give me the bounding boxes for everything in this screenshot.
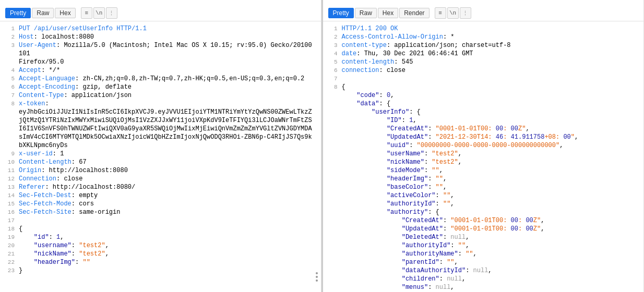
line-text: Accept: */* [19, 66, 316, 75]
response-tab-pretty[interactable]: Pretty [328, 8, 354, 18]
line-number: 6 [328, 66, 338, 75]
line-text: "authority": { [342, 208, 639, 216]
request-menu-icon[interactable]: ⋮ [106, 7, 117, 19]
line-item: "authorityName": "", [328, 250, 639, 258]
request-content[interactable]: 1PUT /api/user/setUserInfo HTTP/1.12Host… [0, 21, 321, 292]
line-number [328, 266, 338, 275]
line-text: content-type: application/json; charset=… [342, 41, 639, 50]
line-text: "DeletedAt": null, [342, 233, 639, 241]
line-item: 9x-user-id: 1 [5, 150, 316, 158]
line-text: connection: close [342, 66, 639, 75]
line-text: Accept-Language: zh-CN,zh;q=0.8,zh-TW;q=… [19, 75, 316, 83]
line-number: 17 [5, 216, 15, 225]
line-item: "ID": 1, [328, 116, 639, 125]
line-item: "headerImg": "", [328, 175, 639, 183]
line-text: Content-Type: application/json [19, 91, 316, 100]
response-tab-hex[interactable]: Hex [378, 8, 398, 18]
line-text: Access-Control-Allow-Origin: * [342, 33, 639, 41]
line-text: "ID": 1, [342, 116, 639, 125]
line-number [328, 183, 338, 191]
line-number [5, 58, 15, 66]
line-item: 6connection: close [328, 66, 639, 75]
line-item: "UpdatedAt": "0001-01-01T00: 00: 00Z", [328, 225, 639, 233]
line-item: "uuid": "00000000-0000-0000-0000-0000000… [328, 141, 639, 150]
request-tab-raw[interactable]: Raw [32, 8, 54, 18]
line-item: 11Origin: http://localhost:8080 [5, 166, 316, 175]
line-text: "id": 1, [19, 233, 316, 241]
line-text: "parentId": "", [342, 258, 639, 266]
line-item: 1PUT /api/user/setUserInfo HTTP/1.1 [5, 25, 316, 33]
line-item: 6Accept-Encoding: gzip, deflate [5, 83, 316, 91]
context-menu-dots[interactable] [316, 272, 318, 282]
response-toolbar: Pretty Raw Hex Render ≡ \n ⋮ [328, 7, 639, 19]
line-number: 19 [5, 233, 15, 241]
line-item: Firefox/95.0 [5, 58, 316, 66]
line-number [328, 225, 338, 233]
line-text: eyJhbGciOiJJUzI1NiIsInR5cCI6IkpXVCJ9.eyJ… [19, 108, 316, 150]
line-text: "children": null, [342, 275, 639, 283]
line-number [328, 125, 338, 133]
response-newline-icon[interactable]: \n [447, 7, 459, 19]
line-number [328, 233, 338, 241]
line-item: 10Content-Length: 67 [5, 158, 316, 166]
line-number: 6 [5, 83, 15, 91]
line-item: 16Sec-Fetch-Site: same-origin [5, 208, 316, 216]
line-text: x-user-id: 1 [19, 150, 316, 158]
response-menu-icon[interactable]: ⋮ [460, 7, 471, 19]
line-text: Host: localhost:8080 [19, 33, 316, 41]
line-text: "CreatedAt": "0001-01-01T00: 00: 00Z", [342, 125, 639, 133]
line-text: { [342, 83, 639, 91]
line-text: Accept-Encoding: gzip, deflate [19, 83, 316, 91]
line-text: content-length: 545 [342, 58, 639, 66]
line-text: } [19, 266, 316, 275]
line-text: Sec-Fetch-Dest: empty [19, 191, 316, 200]
line-item: 8x-token: [5, 100, 316, 108]
line-number: 4 [5, 66, 15, 75]
line-number [328, 175, 338, 183]
request-newline-icon[interactable]: \n [93, 7, 105, 19]
line-item: 4date: Thu, 30 Dec 2021 06:46:41 GMT [328, 50, 639, 58]
line-item: 3content-type: application/json; charset… [328, 41, 639, 50]
response-tab-raw[interactable]: Raw [355, 8, 377, 18]
line-item: "userName": "test2", [328, 150, 639, 158]
line-number: 16 [5, 208, 15, 216]
line-number: 1 [328, 25, 338, 33]
line-text: Origin: http://localhost:8080 [19, 166, 316, 175]
line-item: 7Content-Type: application/json [5, 91, 316, 100]
line-text: Referer: http://localhost:8080/ [19, 183, 316, 191]
line-number [328, 283, 338, 291]
line-number: 4 [328, 50, 338, 58]
request-tab-pretty[interactable]: Pretty [5, 8, 31, 18]
request-lines-icon[interactable]: ≡ [81, 7, 92, 19]
line-number [5, 108, 15, 150]
line-item: 2Access-Control-Allow-Origin: * [328, 33, 639, 41]
line-number: 22 [5, 258, 15, 266]
line-item: "children": null, [328, 275, 639, 283]
response-tab-render[interactable]: Render [399, 8, 429, 18]
line-item: 13Referer: http://localhost:8080/ [5, 183, 316, 191]
line-number: 15 [5, 200, 15, 208]
response-lines-icon[interactable]: ≡ [435, 7, 446, 19]
line-text: "UpdatedAt": "2021-12-30T14: 46: 41.9117… [342, 133, 639, 141]
line-number: 18 [5, 225, 15, 233]
line-text: "data": { [342, 100, 639, 108]
line-number: 7 [328, 75, 338, 83]
line-number: 12 [5, 175, 15, 183]
line-text: "authorityName": "", [342, 250, 639, 258]
line-text [19, 216, 316, 225]
line-text: "authorityId": "", [342, 241, 639, 250]
line-number [328, 166, 338, 175]
request-tab-hex[interactable]: Hex [55, 8, 75, 18]
line-item: "baseColor": "", [328, 183, 639, 191]
line-number: 5 [5, 75, 15, 83]
line-text: "userName": "test2", [342, 150, 639, 158]
line-number: 7 [5, 91, 15, 100]
line-item: "dataAuthorityId": null, [328, 266, 639, 275]
line-item: "CreatedAt": "0001-01-01T00: 00: 00Z", [328, 216, 639, 225]
line-number: 2 [328, 33, 338, 41]
line-text: "CreatedAt": "0001-01-01T00: 00: 00Z", [342, 216, 639, 225]
line-text: x-token: [19, 100, 316, 108]
response-content[interactable]: 1HTTP/1.1 200 OK2Access-Control-Allow-Or… [323, 21, 644, 292]
line-item: "authorityId": "", [328, 200, 639, 208]
line-item: "authorityId": "", [328, 241, 639, 250]
